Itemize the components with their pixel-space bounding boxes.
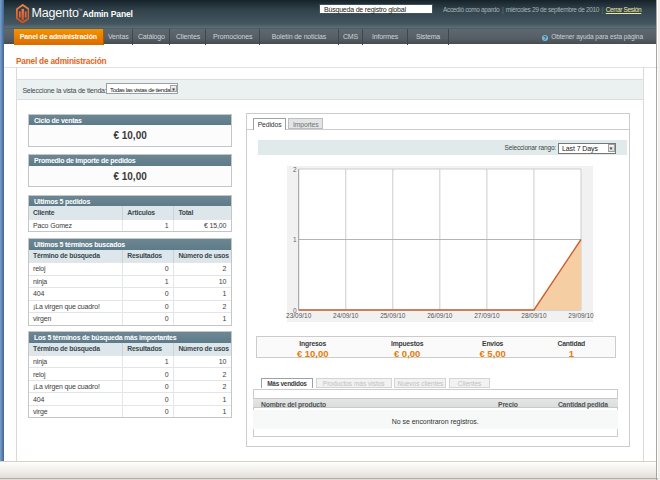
svg-text:25/09/10: 25/09/10 [380,312,406,319]
svg-text:27/09/10: 27/09/10 [474,312,500,319]
svg-text:23/09/10: 23/09/10 [286,312,312,319]
svg-text:24/09/10: 24/09/10 [333,312,359,319]
svg-text:28/09/10: 28/09/10 [521,312,547,319]
svg-text:2: 2 [292,166,296,173]
svg-text:1: 1 [292,236,296,243]
svg-text:26/09/10: 26/09/10 [427,312,453,319]
svg-text:29/09/10: 29/09/10 [568,312,594,319]
